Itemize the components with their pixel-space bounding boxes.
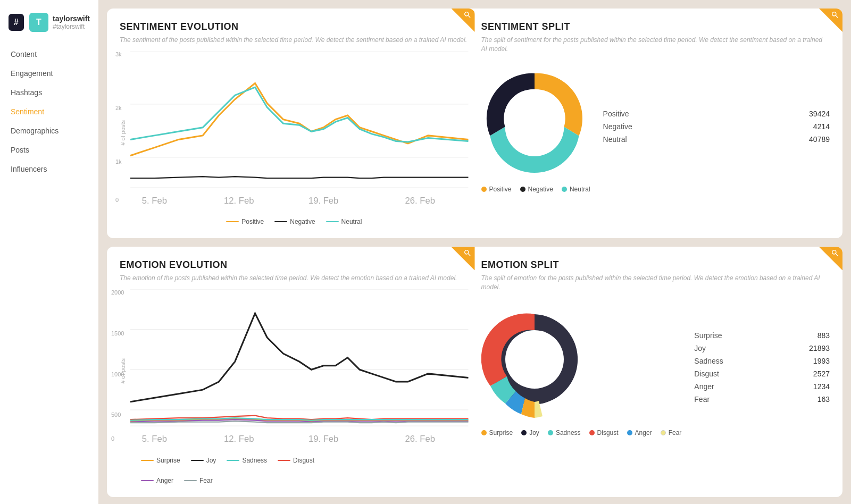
- negative-dot: [520, 187, 525, 192]
- legend-anger-label: Anger: [156, 477, 173, 484]
- stat-neutral-label: Neutral: [603, 135, 627, 144]
- emotion-evolution-section: EMOTION EVOLUTION The emotion of the pos…: [120, 259, 469, 484]
- emotion-split-desc: The split of emotion for the posts publi…: [481, 274, 830, 292]
- anger-dot: [627, 430, 632, 435]
- sentiment-donut: Positive Negative Neutral: [481, 60, 590, 193]
- legend-surprise-line: [141, 460, 154, 461]
- sentiment-evolution-chart: 5. Feb 12. Feb 19. Feb 26. Feb: [130, 51, 469, 212]
- sidebar-nav: Content Engagement Hashtags Sentiment De…: [0, 45, 98, 179]
- positive-dot: [481, 187, 487, 192]
- sentiment-evolution-title: SENTIMENT EVOLUTION: [120, 21, 469, 32]
- y-label-0-emotion: 0: [111, 435, 114, 442]
- donut-negative-label: Negative: [528, 186, 553, 193]
- legend-neutral-label: Neutral: [341, 218, 362, 225]
- sidebar-item-content[interactable]: Content: [0, 45, 98, 64]
- stat-row-neutral: Neutral 40789: [603, 135, 830, 144]
- y-label-2000: 2000: [111, 289, 124, 296]
- donut-legend-anger-emotion: Anger: [627, 429, 652, 436]
- donut-legend-positive: Positive: [481, 186, 512, 193]
- emotion-split-title: EMOTION SPLIT: [481, 259, 830, 271]
- legend-positive-line: [226, 221, 239, 222]
- donut-neutral-label: Neutral: [570, 186, 590, 193]
- sentiment-split-legend: Positive Negative Neutral: [481, 186, 590, 193]
- stat-surprise-label: Surprise: [694, 331, 722, 340]
- donut-fear-label: Fear: [669, 429, 682, 436]
- legend-joy: Joy: [191, 457, 216, 464]
- sidebar-item-sentiment[interactable]: Sentiment: [0, 102, 98, 121]
- emotion-donut-svg: [481, 298, 588, 421]
- legend-fear: Fear: [184, 477, 213, 484]
- sidebar-item-posts[interactable]: Posts: [0, 140, 98, 159]
- sidebar-item-demographics[interactable]: Demographics: [0, 121, 98, 140]
- donut-disgust-label: Disgust: [597, 429, 619, 436]
- y-label-3k: 3k: [115, 51, 122, 57]
- emotion-donut: Surprise Joy Sadness Disgust: [481, 298, 682, 436]
- donut-legend-disgust-emotion: Disgust: [589, 429, 619, 436]
- stat-surprise-value: 883: [817, 331, 830, 340]
- stat-row-sadness: Sadness 1993: [694, 357, 830, 365]
- legend-positive: Positive: [226, 218, 264, 225]
- sidebar-item-influencers[interactable]: Influencers: [0, 159, 98, 179]
- svg-text:5. Feb: 5. Feb: [142, 196, 167, 206]
- y-label-1500: 1500: [111, 330, 124, 337]
- stat-row-negative: Negative 4214: [603, 122, 830, 131]
- emotion-split-donut-section: Surprise Joy Sadness Disgust: [481, 298, 830, 436]
- stat-anger-label: Anger: [694, 382, 714, 391]
- svg-point-8: [505, 89, 564, 148]
- sentiment-split-section: SENTIMENT SPLIT The split of sentiment f…: [481, 21, 830, 225]
- legend-positive-label: Positive: [241, 218, 264, 225]
- svg-text:26. Feb: 26. Feb: [405, 196, 435, 206]
- emotion-evolution-title: EMOTION EVOLUTION: [120, 259, 469, 271]
- stat-positive-label: Positive: [603, 110, 629, 118]
- sentiment-card: SENTIMENT EVOLUTION The sentiment of the…: [107, 9, 842, 238]
- svg-point-18: [505, 330, 564, 389]
- sentiment-evolution-legend: Positive Negative Neutral: [120, 218, 469, 225]
- legend-joy-label: Joy: [206, 457, 216, 464]
- stat-row-anger: Anger 1234: [694, 382, 830, 391]
- emotion-evolution-legend: Surprise Joy Sadness Disgust: [120, 457, 469, 484]
- surprise-dot: [481, 430, 487, 435]
- stat-fear-label: Fear: [694, 395, 710, 404]
- sidebar-brand: # T taylorswift #taylorswift: [0, 9, 98, 45]
- svg-text:5. Feb: 5. Feb: [142, 434, 167, 444]
- svg-text:12. Feb: 12. Feb: [224, 434, 254, 444]
- stat-disgust-label: Disgust: [694, 369, 719, 378]
- fear-dot: [661, 430, 666, 435]
- sidebar-item-engagement[interactable]: Engagement: [0, 64, 98, 83]
- y-label-0: 0: [115, 197, 119, 203]
- y-axis-label-sentiment: # of posts: [120, 51, 126, 214]
- sidebar: # T taylorswift #taylorswift Content Eng…: [0, 0, 98, 504]
- stat-negative-label: Negative: [603, 122, 632, 131]
- stat-row-positive: Positive 39424: [603, 110, 830, 118]
- svg-text:19. Feb: 19. Feb: [308, 196, 338, 206]
- brand-info: taylorswift #taylorswift: [53, 14, 90, 30]
- legend-fear-label: Fear: [199, 477, 213, 484]
- emotion-evolution-desc: The emotion of the posts published withi…: [120, 274, 469, 283]
- legend-anger: Anger: [141, 477, 173, 484]
- stat-row-disgust: Disgust 2527: [694, 369, 830, 378]
- brand-avatar: T: [29, 13, 48, 32]
- stat-disgust-value: 2527: [813, 369, 830, 378]
- stat-joy-value: 21893: [809, 344, 830, 352]
- y-label-2k: 2k: [115, 105, 122, 111]
- svg-text:12. Feb: 12. Feb: [224, 196, 254, 206]
- brand-hash-icon: #: [9, 14, 24, 31]
- emotion-stats-list: Surprise 883 Joy 21893 Sadness 1993 Disg…: [694, 331, 830, 404]
- legend-sadness-line: [227, 460, 239, 461]
- legend-fear-line: [184, 480, 197, 481]
- stat-row-surprise: Surprise 883: [694, 331, 830, 340]
- legend-negative-label: Negative: [290, 218, 315, 225]
- donut-legend-surprise-emotion: Surprise: [481, 429, 513, 436]
- stat-neutral-value: 40789: [809, 135, 830, 144]
- sidebar-item-hashtags[interactable]: Hashtags: [0, 83, 98, 102]
- y-label-1000: 1000: [111, 371, 124, 377]
- donut-legend-negative: Negative: [520, 186, 553, 193]
- sentiment-split-desc: The split of sentiment for the posts pub…: [481, 36, 830, 54]
- legend-anger-line: [141, 480, 154, 481]
- legend-negative-line: [274, 221, 287, 222]
- sentiment-donut-svg: [481, 60, 588, 177]
- stat-fear-value: 163: [817, 395, 830, 404]
- legend-disgust-label: Disgust: [293, 457, 314, 464]
- donut-legend-fear-emotion: Fear: [661, 429, 682, 436]
- donut-anger-label: Anger: [635, 429, 652, 436]
